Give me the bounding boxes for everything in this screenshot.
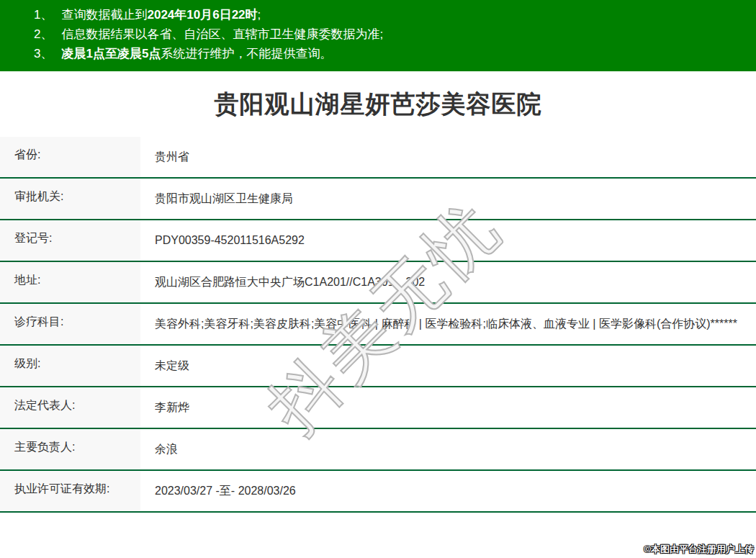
row-value: 余浪: [140, 429, 756, 469]
table-row-level: 级别: 未定级: [0, 346, 756, 387]
row-value: 美容外科;美容牙科;美容皮肤科;美容中医科 | 麻醉科 | 医学检验科;临床体液…: [140, 304, 756, 344]
table-row-address: 地址: 观山湖区合肥路恒大中央广场C1A201//C1A301、302: [0, 262, 756, 304]
row-label: 法定代表人:: [0, 387, 140, 428]
table-row-medical-departments: 诊疗科目: 美容外科;美容牙科;美容皮肤科;美容中医科 | 麻醉科 | 医学检验…: [0, 304, 756, 346]
spacer: [0, 513, 756, 558]
row-value: 贵州省: [140, 137, 756, 177]
notice-number: 2、: [34, 24, 53, 44]
row-label: 登记号:: [0, 220, 140, 261]
title-container: 贵阳观山湖星妍芭莎美容医院: [0, 71, 756, 137]
row-label: 地址:: [0, 262, 140, 302]
notice-banner: 1、查询数据截止到2024年10月6日22时; 2、信息数据结果以各省、自治区、…: [0, 0, 756, 71]
row-value: PDY00359-452011516A5292: [140, 220, 756, 261]
row-label: 级别:: [0, 346, 140, 386]
table-row-legal-representative: 法定代表人: 李新烨: [0, 387, 756, 429]
row-label: 执业许可证有效期:: [0, 471, 140, 511]
notice-number: 1、: [34, 5, 53, 24]
info-table: 省份: 贵州省 审批机关: 贵阳市观山湖区卫生健康局 登记号: PDY00359…: [0, 137, 756, 513]
row-value: 2023/03/27 -至- 2028/03/26: [140, 471, 756, 511]
notice-text: 信息数据结果以各省、自治区、直辖市卫生健康委数据为准;: [61, 27, 383, 41]
notice-text-bold: 2024年10月6日22时: [147, 8, 257, 22]
notice-text-bold: 凌晨1点至凌晨5点: [61, 47, 161, 60]
row-label: 主要负责人:: [0, 429, 140, 469]
row-value: 未定级: [140, 346, 756, 386]
table-row-registration-number: 登记号: PDY00359-452011516A5292: [0, 220, 756, 262]
notice-line-3: 3、凌晨1点至凌晨5点系统进行维护，不能提供查询。: [34, 44, 749, 63]
table-row-license-validity: 执业许可证有效期: 2023/03/27 -至- 2028/03/26: [0, 471, 756, 513]
row-label: 诊疗科目:: [0, 304, 140, 344]
notice-number: 3、: [34, 44, 53, 63]
notice-line-1: 1、查询数据截止到2024年10月6日22时;: [34, 5, 749, 24]
table-row-approval-authority: 审批机关: 贵阳市观山湖区卫生健康局: [0, 179, 756, 220]
row-label: 省份:: [0, 137, 140, 177]
page-title: 贵阳观山湖星妍芭莎美容医院: [215, 88, 542, 121]
notice-text: 系统进行维护，不能提供查询。: [161, 47, 332, 60]
row-value: 李新烨: [140, 387, 756, 428]
table-row-principal: 主要负责人: 余浪: [0, 429, 756, 471]
notice-line-2: 2、信息数据结果以各省、自治区、直辖市卫生健康委数据为准;: [34, 24, 749, 44]
notice-text: ;: [258, 8, 261, 22]
row-value: 贵阳市观山湖区卫生健康局: [140, 179, 756, 219]
row-value: 观山湖区合肥路恒大中央广场C1A201//C1A301、302: [140, 262, 756, 302]
table-row-province: 省份: 贵州省: [0, 137, 756, 179]
notice-text: 查询数据截止到: [61, 8, 147, 22]
upload-credit-watermark: ©本图由平台注册用户上传: [644, 543, 754, 556]
row-label: 审批机关:: [0, 179, 140, 219]
